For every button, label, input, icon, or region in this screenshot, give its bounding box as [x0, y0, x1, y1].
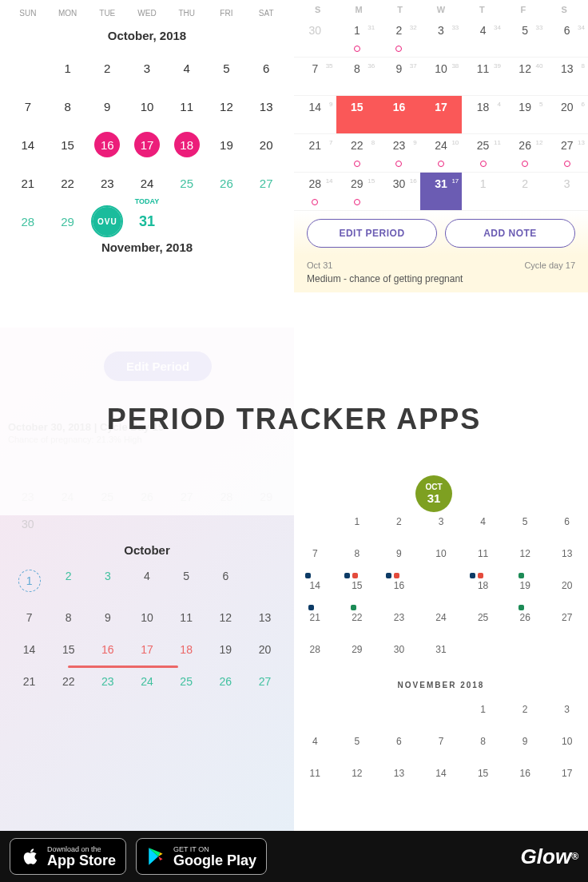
ovulation-day[interactable]: OVU: [87, 209, 127, 234]
app-tracker-b: SMTWTFS 30 131 232 333 434 533 634 735 8…: [294, 0, 588, 328]
weekday: MON: [48, 9, 88, 18]
heart-icon: [354, 46, 360, 52]
app-store-button[interactable]: Download on theApp Store: [10, 838, 126, 875]
period-day[interactable]: 17: [420, 96, 463, 134]
heart-icon: [395, 161, 402, 167]
add-note-button[interactable]: ADD NOTE: [445, 219, 575, 248]
button-row: EDIT PERIOD ADD NOTE: [294, 211, 588, 256]
apple-icon: [20, 846, 41, 867]
month-label: November, 2018: [8, 234, 286, 260]
badge-bottom-text: App Store: [47, 853, 116, 868]
weekday-header: SUN MON TUE WED THU FRI SAT: [8, 4, 286, 22]
period-day[interactable]: 15: [336, 96, 379, 134]
heart-icon: [312, 199, 318, 205]
badge-bottom-text: Google Play: [173, 853, 256, 868]
weekday-header: SMTWTFS: [294, 0, 588, 19]
brand-logo: Glow®: [521, 844, 578, 869]
calendar-grid: 123456 78910111213 14151617181920 212223…: [8, 49, 286, 234]
period-day[interactable]: 17: [134, 132, 160, 157]
google-play-button[interactable]: GET IT ONGoogle Play: [136, 838, 267, 875]
calendar-grid: 30 131 232 333 434 533 634 735 836 937 1…: [294, 19, 588, 211]
weekday: SAT: [246, 9, 286, 18]
heart-icon: [522, 161, 528, 167]
download-footer: Download on theApp Store GET IT ONGoogle…: [0, 831, 588, 882]
info-cycle: Cycle day 17: [524, 260, 575, 270]
heart-icon: [354, 161, 360, 167]
cycle-info: Oct 31Cycle day 17 Medium - chance of ge…: [294, 256, 588, 292]
pregnancy-chance: Medium - chance of getting pregnant: [307, 273, 575, 284]
period-day[interactable]: 16: [378, 96, 420, 134]
period-day[interactable]: 18: [174, 132, 200, 157]
month-label: October, 2018: [8, 22, 286, 49]
google-play-icon: [146, 846, 167, 867]
info-date: Oct 31: [307, 260, 332, 270]
today-cell[interactable]: TODAY31: [127, 209, 167, 234]
heart-icon: [480, 161, 487, 167]
app-tracker-a: SUN MON TUE WED THU FRI SAT October, 201…: [0, 0, 294, 328]
heart-icon: [438, 161, 444, 167]
title-overlay: PERIOD TRACKER APPS: [0, 324, 588, 515]
page-title: PERIOD TRACKER APPS: [107, 403, 482, 436]
weekday: SUN: [8, 9, 48, 18]
heart-icon: [395, 46, 402, 52]
weekday: WED: [127, 9, 167, 18]
period-day[interactable]: 16: [94, 132, 120, 157]
edit-period-button[interactable]: EDIT PERIOD: [307, 219, 437, 248]
weekday: FRI: [207, 9, 247, 18]
heart-icon: [564, 161, 570, 167]
weekday: TUE: [87, 9, 127, 18]
heart-icon: [354, 199, 360, 205]
today-cell[interactable]: 3117: [420, 173, 463, 211]
weekday: THU: [167, 9, 207, 18]
date-badge[interactable]: OCT31: [415, 475, 452, 512]
